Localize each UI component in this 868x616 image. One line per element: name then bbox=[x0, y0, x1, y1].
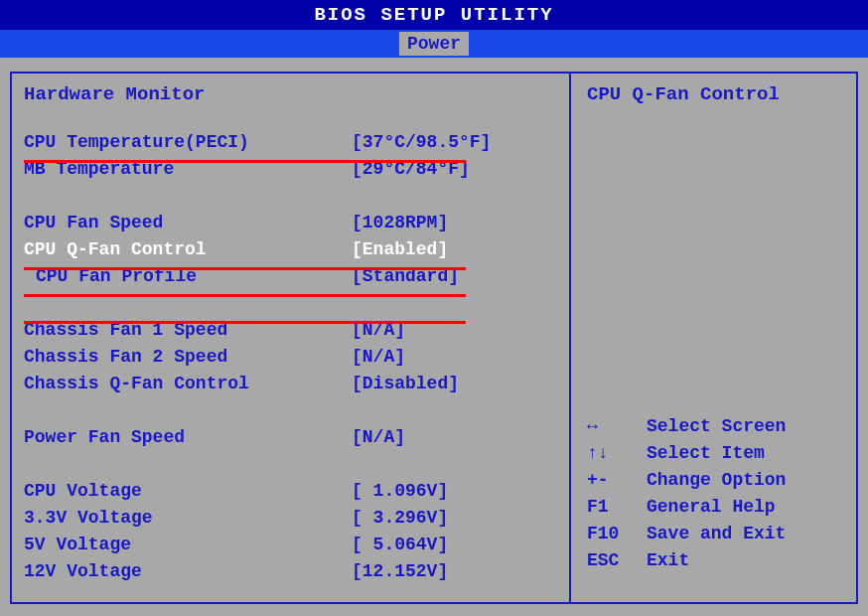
help-row: ESCExit bbox=[587, 547, 844, 574]
help-desc: Exit bbox=[647, 547, 689, 574]
setting-label: 5V Voltage bbox=[24, 532, 352, 558]
setting-value: [12.152V] bbox=[352, 558, 448, 585]
help-desc: Select Item bbox=[647, 440, 765, 467]
setting-value: [1028RPM] bbox=[352, 210, 448, 236]
setting-row[interactable]: Chassis Q-Fan Control[Disabled] bbox=[24, 371, 557, 397]
help-row: F10Save and Exit bbox=[587, 521, 844, 547]
highlight-line-3 bbox=[24, 294, 466, 297]
tab-bar: Power bbox=[0, 30, 868, 58]
highlight-line-4 bbox=[24, 321, 466, 324]
setting-label: CPU Temperature(PECI) bbox=[24, 129, 352, 156]
row-spacer bbox=[24, 183, 557, 210]
setting-label: 3.3V Voltage bbox=[24, 505, 352, 532]
setting-label: CPU Voltage bbox=[24, 478, 352, 505]
help-row: ↔Select Screen bbox=[587, 413, 844, 440]
right-panel: CPU Q-Fan Control ↔Select Screen↑↓Select… bbox=[571, 72, 858, 604]
row-spacer bbox=[24, 451, 557, 478]
setting-row[interactable]: CPU Voltage[ 1.096V] bbox=[24, 478, 557, 505]
left-panel-title: Hardware Monitor bbox=[24, 83, 557, 105]
panels-container: Hardware Monitor CPU Temperature(PECI)[3… bbox=[0, 58, 868, 614]
help-key: F1 bbox=[587, 494, 647, 521]
help-key: ESC bbox=[587, 547, 647, 574]
tab-power[interactable]: Power bbox=[399, 32, 469, 56]
help-key: ↔ bbox=[587, 413, 647, 440]
help-key: F10 bbox=[587, 521, 647, 547]
setting-row[interactable]: CPU Q-Fan Control[Enabled] bbox=[24, 236, 557, 263]
help-list: ↔Select Screen↑↓Select Item+-Change Opti… bbox=[587, 413, 844, 574]
help-key: +- bbox=[587, 467, 647, 494]
setting-label: CPU Fan Speed bbox=[24, 210, 352, 236]
help-desc: Change Option bbox=[647, 467, 786, 494]
setting-row[interactable]: 3.3V Voltage[ 3.296V] bbox=[24, 505, 557, 532]
setting-value: [Enabled] bbox=[352, 236, 448, 263]
setting-value: [N/A] bbox=[352, 344, 405, 371]
setting-row[interactable]: CPU Fan Speed[1028RPM] bbox=[24, 210, 557, 236]
setting-label: Power Fan Speed bbox=[24, 424, 352, 451]
setting-value: [ 3.296V] bbox=[352, 505, 448, 532]
setting-value: [ 5.064V] bbox=[352, 532, 448, 558]
tab-power-label: Power bbox=[407, 34, 461, 54]
help-desc: Save and Exit bbox=[647, 521, 786, 547]
bios-header: BIOS SETUP UTILITY bbox=[0, 0, 868, 30]
setting-value: [ 1.096V] bbox=[352, 478, 448, 505]
setting-value: [N/A] bbox=[352, 424, 405, 451]
setting-label: Chassis Fan 2 Speed bbox=[24, 344, 352, 371]
help-row: ↑↓Select Item bbox=[587, 440, 844, 467]
left-panel: Hardware Monitor CPU Temperature(PECI)[3… bbox=[10, 72, 571, 604]
setting-label: Chassis Q-Fan Control bbox=[24, 371, 352, 397]
setting-row[interactable]: 12V Voltage[12.152V] bbox=[24, 558, 557, 585]
row-spacer bbox=[24, 397, 557, 424]
setting-row[interactable]: Power Fan Speed[N/A] bbox=[24, 424, 557, 451]
highlight-line-1 bbox=[24, 160, 466, 163]
help-row: F1General Help bbox=[587, 494, 844, 521]
right-panel-title: CPU Q-Fan Control bbox=[587, 83, 844, 105]
help-desc: Select Screen bbox=[647, 413, 786, 440]
setting-value: [37°C/98.5°F] bbox=[352, 129, 491, 156]
setting-row[interactable]: 5V Voltage[ 5.064V] bbox=[24, 532, 557, 558]
setting-label: CPU Q-Fan Control bbox=[24, 236, 352, 263]
help-desc: General Help bbox=[647, 494, 776, 521]
setting-row[interactable]: CPU Temperature(PECI)[37°C/98.5°F] bbox=[24, 129, 557, 156]
highlight-line-2 bbox=[24, 267, 466, 270]
help-row: +-Change Option bbox=[587, 467, 844, 494]
setting-value: [Disabled] bbox=[352, 371, 459, 397]
setting-label: 12V Voltage bbox=[24, 558, 352, 585]
setting-row[interactable]: Chassis Fan 2 Speed[N/A] bbox=[24, 344, 557, 371]
bios-title: BIOS SETUP UTILITY bbox=[314, 4, 553, 26]
help-key: ↑↓ bbox=[587, 440, 647, 467]
